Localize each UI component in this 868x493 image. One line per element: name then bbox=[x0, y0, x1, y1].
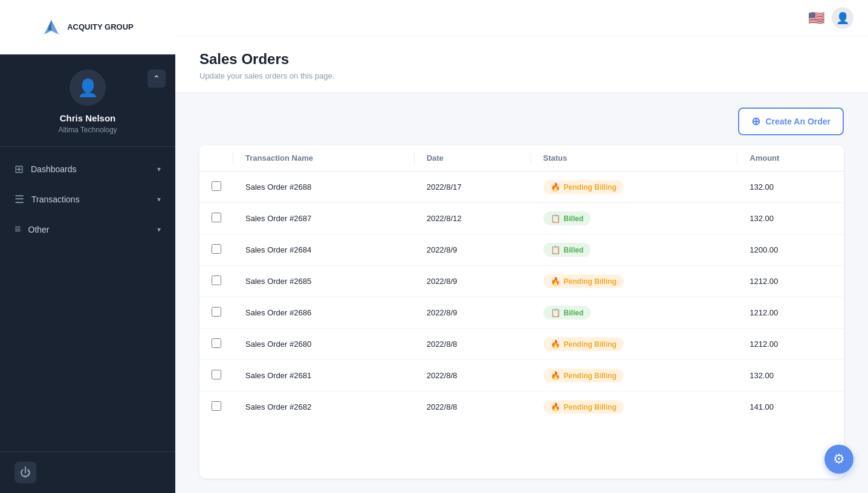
status-badge: 📋 Billed bbox=[543, 211, 591, 225]
row-transaction-name: Sales Order #2680 bbox=[233, 329, 415, 360]
row-status: 📋 Billed bbox=[531, 203, 738, 234]
row-transaction-name: Sales Order #2682 bbox=[233, 392, 415, 421]
table-row: Sales Order #2687 2022/8/12 📋 Billed 132… bbox=[199, 203, 844, 234]
table-row: Sales Order #2684 2022/8/9 📋 Billed 1200… bbox=[199, 234, 844, 266]
language-selector[interactable]: 🇺🇸 bbox=[808, 10, 824, 26]
page-header: Sales Orders Update your sales orders on… bbox=[175, 36, 868, 93]
sidebar-item-other[interactable]: ≡ Other ▾ bbox=[0, 214, 175, 244]
col-header-checkbox bbox=[199, 145, 233, 172]
col-header-status: Status bbox=[531, 145, 738, 172]
row-checkbox-cell bbox=[199, 266, 233, 297]
sales-orders-table: Transaction Name Date Status Amount Sale… bbox=[199, 145, 844, 420]
row-checkbox-2686[interactable] bbox=[212, 307, 221, 317]
table-row: Sales Order #2682 2022/8/8 🔥 Pending Bil… bbox=[199, 392, 844, 421]
table-row: Sales Order #2685 2022/8/9 🔥 Pending Bil… bbox=[199, 266, 844, 297]
row-transaction-name: Sales Order #2687 bbox=[233, 203, 415, 234]
table-row: Sales Order #2680 2022/8/8 🔥 Pending Bil… bbox=[199, 329, 844, 360]
row-checkbox-2687[interactable] bbox=[212, 213, 221, 222]
sidebar-label-transactions: Transactions bbox=[31, 195, 80, 204]
row-date: 2022/8/8 bbox=[415, 392, 531, 421]
status-icon: 📋 bbox=[551, 245, 560, 254]
settings-icon: ⚙ bbox=[833, 451, 845, 467]
status-icon: 🔥 bbox=[551, 277, 560, 286]
sidebar-footer: ⏻ bbox=[0, 451, 175, 493]
logo-text: ACQUITY GROUP bbox=[67, 22, 134, 32]
row-checkbox-cell bbox=[199, 392, 233, 421]
row-checkbox-cell bbox=[199, 172, 233, 203]
row-transaction-name: Sales Order #2688 bbox=[233, 172, 415, 203]
row-status: 🔥 Pending Billing bbox=[531, 266, 738, 297]
logo-container: ACQUITY GROUP bbox=[0, 0, 175, 54]
table-row: Sales Order #2686 2022/8/9 📋 Billed 1212… bbox=[199, 297, 844, 329]
page-title: Sales Orders bbox=[199, 51, 844, 68]
topbar-user-icon: 👤 bbox=[836, 11, 849, 25]
status-icon: 🔥 bbox=[551, 182, 560, 192]
settings-fab-button[interactable]: ⚙ bbox=[824, 445, 853, 474]
row-transaction-name: Sales Order #2686 bbox=[233, 297, 415, 329]
topbar: 🇺🇸 👤 bbox=[175, 0, 868, 36]
row-amount: 132.00 bbox=[737, 172, 844, 203]
sidebar-label-dashboards: Dashboards bbox=[31, 164, 77, 174]
row-status: 📋 Billed bbox=[531, 234, 738, 266]
expand-button[interactable]: ⌃ bbox=[147, 69, 166, 88]
flag-icon: 🇺🇸 bbox=[808, 10, 824, 26]
row-transaction-name: Sales Order #2685 bbox=[233, 266, 415, 297]
row-checkbox-2685[interactable] bbox=[212, 276, 221, 285]
create-order-label: Create An Order bbox=[765, 117, 831, 126]
row-status: 🔥 Pending Billing bbox=[531, 360, 738, 392]
row-amount: 1200.00 bbox=[737, 234, 844, 266]
row-transaction-name: Sales Order #2681 bbox=[233, 360, 415, 392]
row-transaction-name: Sales Order #2684 bbox=[233, 234, 415, 266]
transactions-chevron: ▾ bbox=[157, 195, 161, 204]
status-badge: 🔥 Pending Billing bbox=[543, 400, 624, 414]
status-icon: 📋 bbox=[551, 214, 560, 223]
sales-orders-table-container: Transaction Name Date Status Amount Sale… bbox=[199, 145, 844, 478]
content-area: ⊕ Create An Order Transaction Name Date … bbox=[175, 93, 868, 493]
table-row: Sales Order #2688 2022/8/17 🔥 Pending Bi… bbox=[199, 172, 844, 203]
status-icon: 🔥 bbox=[551, 340, 560, 349]
avatar-icon: 👤 bbox=[77, 78, 99, 98]
transactions-icon: ☰ bbox=[15, 193, 24, 206]
row-date: 2022/8/9 bbox=[415, 297, 531, 329]
col-header-amount: Amount bbox=[737, 145, 844, 172]
row-checkbox-2682[interactable] bbox=[212, 401, 221, 411]
status-badge: 🔥 Pending Billing bbox=[543, 180, 624, 194]
row-status: 📋 Billed bbox=[531, 297, 738, 329]
sidebar-nav: ⊞ Dashboards ▾ ☰ Transactions ▾ ≡ Other … bbox=[0, 147, 175, 451]
row-date: 2022/8/9 bbox=[415, 234, 531, 266]
status-icon: 📋 bbox=[551, 308, 560, 317]
table-scroll-area[interactable]: Transaction Name Date Status Amount Sale… bbox=[199, 145, 844, 420]
main-content: 🇺🇸 👤 Sales Orders Update your sales orde… bbox=[175, 0, 868, 493]
user-menu-button[interactable]: 👤 bbox=[832, 7, 853, 29]
sidebar: ACQUITY GROUP ⌃ 👤 Chris Nelson Altima Te… bbox=[0, 0, 175, 493]
action-bar: ⊕ Create An Order bbox=[199, 108, 844, 135]
row-status: 🔥 Pending Billing bbox=[531, 392, 738, 421]
status-badge: 📋 Billed bbox=[543, 243, 591, 257]
row-checkbox-2680[interactable] bbox=[212, 338, 221, 348]
svg-marker-1 bbox=[48, 20, 51, 31]
user-section: ⌃ 👤 Chris Nelson Altima Technology bbox=[0, 55, 175, 146]
row-amount: 1212.00 bbox=[737, 329, 844, 360]
sidebar-item-dashboards[interactable]: ⊞ Dashboards ▾ bbox=[0, 154, 175, 184]
power-button[interactable]: ⏻ bbox=[15, 462, 36, 483]
logo-box: ACQUITY GROUP bbox=[30, 11, 146, 43]
row-checkbox-2688[interactable] bbox=[212, 181, 221, 191]
row-date: 2022/8/17 bbox=[415, 172, 531, 203]
sidebar-item-transactions[interactable]: ☰ Transactions ▾ bbox=[0, 184, 175, 214]
row-checkbox-cell bbox=[199, 234, 233, 266]
status-badge: 🔥 Pending Billing bbox=[543, 369, 624, 382]
table-body: Sales Order #2688 2022/8/17 🔥 Pending Bi… bbox=[199, 172, 844, 421]
table-header: Transaction Name Date Status Amount bbox=[199, 145, 844, 172]
create-order-button[interactable]: ⊕ Create An Order bbox=[738, 108, 844, 135]
dashboards-icon: ⊞ bbox=[15, 163, 24, 176]
row-date: 2022/8/8 bbox=[415, 360, 531, 392]
row-checkbox-2681[interactable] bbox=[212, 370, 221, 379]
user-name: Chris Nelson bbox=[60, 113, 116, 123]
row-checkbox-cell bbox=[199, 329, 233, 360]
user-company: Altima Technology bbox=[58, 126, 117, 134]
other-icon: ≡ bbox=[15, 223, 21, 236]
row-amount: 1212.00 bbox=[737, 266, 844, 297]
row-amount: 132.00 bbox=[737, 203, 844, 234]
row-checkbox-2684[interactable] bbox=[212, 244, 221, 254]
plus-icon: ⊕ bbox=[751, 115, 760, 128]
